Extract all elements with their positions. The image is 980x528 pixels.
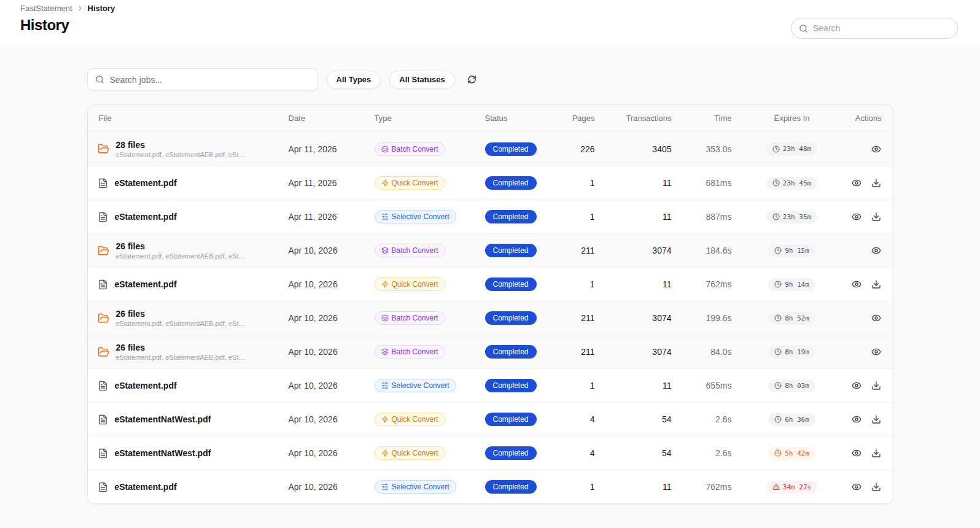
expires-label: 9h 15m	[785, 247, 809, 255]
status-badge: Completed	[485, 480, 537, 494]
breadcrumb-root[interactable]: FastStatement	[20, 4, 72, 13]
view-button[interactable]	[849, 445, 865, 461]
jobs-search	[87, 68, 318, 91]
date-cell: Apr 11, 2026	[281, 178, 367, 188]
folder-open-icon	[98, 346, 109, 358]
view-button[interactable]	[849, 411, 865, 427]
table-row[interactable]: eStatement.pdf Apr 11, 2026 Selective Co…	[88, 200, 893, 233]
file-icon	[98, 212, 108, 222]
download-button[interactable]	[868, 209, 884, 225]
pages-cell: 1	[564, 178, 610, 188]
table-row[interactable]: 26 files eStatement.pdf, eStatementAEB.p…	[88, 335, 893, 368]
view-button[interactable]	[849, 479, 865, 495]
table-row[interactable]: eStatement.pdf Apr 11, 2026 Quick Conver…	[88, 166, 893, 200]
file-name: 26 files	[116, 309, 248, 319]
time-cell: 2.6s	[686, 448, 747, 458]
zap-icon	[381, 179, 389, 187]
pages-cell: 4	[564, 414, 610, 424]
type-badge-label: Batch Convert	[392, 314, 438, 322]
type-badge: Selective Convert	[375, 210, 456, 223]
transactions-cell: 11	[610, 279, 686, 289]
view-button[interactable]	[849, 209, 865, 225]
time-cell: 2.6s	[686, 414, 747, 424]
view-button[interactable]	[849, 175, 865, 191]
app-header: FastStatement History History	[0, 0, 980, 47]
actions-cell	[838, 344, 893, 360]
file-name: eStatement.pdf	[115, 212, 177, 222]
download-button[interactable]	[868, 411, 884, 427]
status-badge: Completed	[485, 379, 537, 392]
expires-pill: 6h 36m	[768, 413, 815, 426]
table-row[interactable]: eStatementNatWest.pdf Apr 10, 2026 Quick…	[88, 402, 893, 436]
file-name: eStatement.pdf	[115, 279, 177, 289]
layers-icon	[381, 146, 389, 153]
column-header-actions: Actions	[838, 114, 893, 123]
view-button[interactable]	[849, 378, 865, 394]
download-icon	[871, 381, 881, 390]
type-badge: Batch Convert	[375, 142, 445, 156]
view-button[interactable]	[868, 243, 884, 258]
expires-pill: 8h 52m	[768, 312, 815, 325]
file-name: eStatement.pdf	[115, 178, 177, 188]
status-badge: Completed	[485, 446, 537, 460]
table-row[interactable]: 26 files eStatement.pdf, eStatementAEB.p…	[88, 301, 893, 335]
expires-label: 8h 03m	[785, 382, 809, 390]
file-icon	[98, 414, 108, 425]
refresh-button[interactable]	[465, 72, 479, 87]
view-button[interactable]	[868, 310, 884, 326]
download-button[interactable]	[868, 445, 884, 461]
column-header-expires: Expires In	[747, 114, 838, 123]
global-search	[791, 18, 958, 39]
alert-triangle-icon	[772, 483, 780, 491]
global-search-input[interactable]	[813, 23, 950, 33]
status-filter-button[interactable]: All Statuses	[389, 71, 454, 89]
transactions-cell: 11	[610, 381, 686, 390]
actions-cell	[838, 479, 893, 495]
expires-pill: 23h 35m	[766, 211, 817, 223]
download-button[interactable]	[868, 378, 884, 394]
table-row[interactable]: 26 files eStatement.pdf, eStatementAEB.p…	[88, 233, 893, 267]
jobs-search-input[interactable]	[110, 75, 310, 85]
table-row[interactable]: eStatement.pdf Apr 10, 2026 Selective Co…	[88, 368, 893, 402]
expires-pill: 8h 19m	[768, 346, 815, 359]
expires-pill: 34m 27s	[766, 481, 817, 494]
table-row[interactable]: eStatement.pdf Apr 10, 2026 Quick Conver…	[88, 267, 893, 301]
view-button[interactable]	[849, 276, 865, 292]
table-row[interactable]: eStatement.pdf Apr 10, 2026 Selective Co…	[88, 470, 893, 503]
expires-label: 6h 36m	[785, 416, 809, 424]
file-cell: eStatement.pdf	[88, 279, 281, 290]
status-badge: Completed	[485, 413, 537, 426]
table-row[interactable]: 28 files eStatement.pdf, eStatementAEB.p…	[88, 132, 893, 166]
actions-cell	[838, 411, 893, 427]
view-button[interactable]	[868, 344, 884, 360]
type-badge: Quick Convert	[375, 413, 445, 426]
type-badge-label: Batch Convert	[392, 145, 438, 153]
type-filter-button[interactable]: All Types	[327, 71, 381, 89]
status-badge: Completed	[485, 278, 537, 291]
time-cell: 184.6s	[686, 246, 747, 255]
type-badge: Quick Convert	[375, 446, 445, 460]
search-icon	[799, 24, 808, 33]
download-icon	[871, 482, 881, 492]
breadcrumb-current: History	[88, 4, 115, 13]
column-header-transactions: Transactions	[610, 114, 686, 123]
clock-icon	[774, 449, 782, 457]
expires-pill: 9h 15m	[768, 244, 815, 257]
search-icon	[95, 75, 104, 84]
file-cell: eStatement.pdf	[88, 482, 281, 492]
clock-icon	[774, 314, 782, 322]
table-row[interactable]: eStatementNatWest.pdf Apr 10, 2026 Quick…	[88, 436, 893, 470]
column-header-pages: Pages	[564, 114, 610, 123]
download-button[interactable]	[868, 175, 884, 191]
download-button[interactable]	[868, 479, 884, 495]
type-badge-label: Selective Convert	[392, 212, 449, 221]
file-subtext: eStatement.pdf, eStatementAEB.pdf, eStat…	[116, 320, 248, 327]
pages-cell: 226	[564, 144, 610, 154]
clock-icon	[772, 179, 780, 187]
download-button[interactable]	[868, 276, 884, 292]
clock-icon	[774, 348, 782, 355]
file-name: 28 files	[116, 140, 248, 150]
view-button[interactable]	[868, 141, 884, 157]
eye-icon	[852, 448, 861, 458]
breadcrumb: FastStatement History	[20, 4, 960, 13]
